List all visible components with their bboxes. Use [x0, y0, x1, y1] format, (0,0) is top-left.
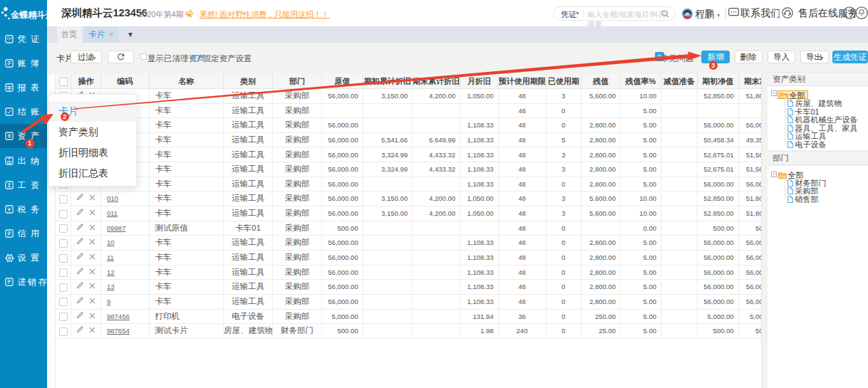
svg-text:?: ? — [847, 9, 852, 17]
